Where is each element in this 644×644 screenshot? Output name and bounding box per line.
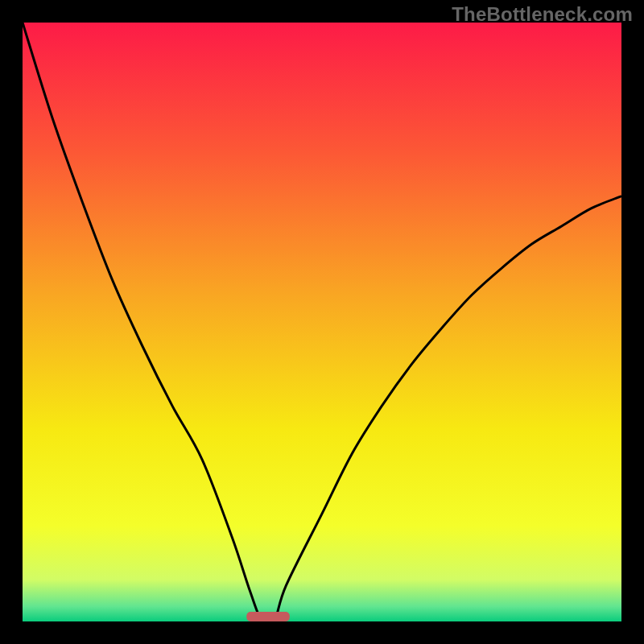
optimum-marker xyxy=(246,612,290,621)
gradient-background xyxy=(23,23,621,621)
chart-figure: TheBottleneck.com xyxy=(0,0,644,644)
plot-area xyxy=(23,23,621,621)
watermark-label: TheBottleneck.com xyxy=(452,3,633,26)
chart-svg xyxy=(23,23,621,621)
